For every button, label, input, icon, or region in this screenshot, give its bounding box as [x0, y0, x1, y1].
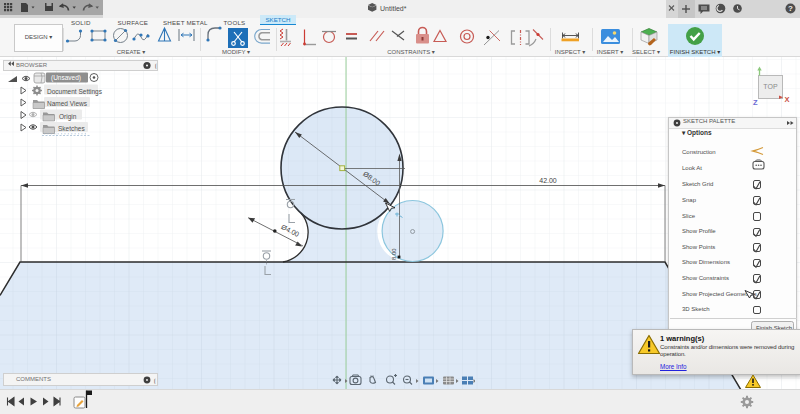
svg-text:⦗: ⦗: [154, 378, 156, 385]
svg-text:42.00: 42.00: [539, 177, 557, 184]
svg-text:⦗: ⦗: [155, 63, 157, 70]
svg-text:8.00: 8.00: [391, 248, 397, 260]
svg-text:Named Views: Named Views: [47, 100, 88, 107]
svg-text:Z: Z: [753, 98, 758, 107]
svg-text:?: ?: [788, 4, 793, 13]
svg-text:Sketches: Sketches: [58, 125, 85, 132]
svg-text:Document Settings: Document Settings: [47, 88, 103, 96]
svg-text:(Unsaved): (Unsaved): [51, 74, 81, 82]
svg-text:Untitled*: Untitled*: [380, 5, 407, 12]
svg-text:X: X: [785, 95, 790, 104]
svg-text:Origin: Origin: [59, 113, 77, 121]
